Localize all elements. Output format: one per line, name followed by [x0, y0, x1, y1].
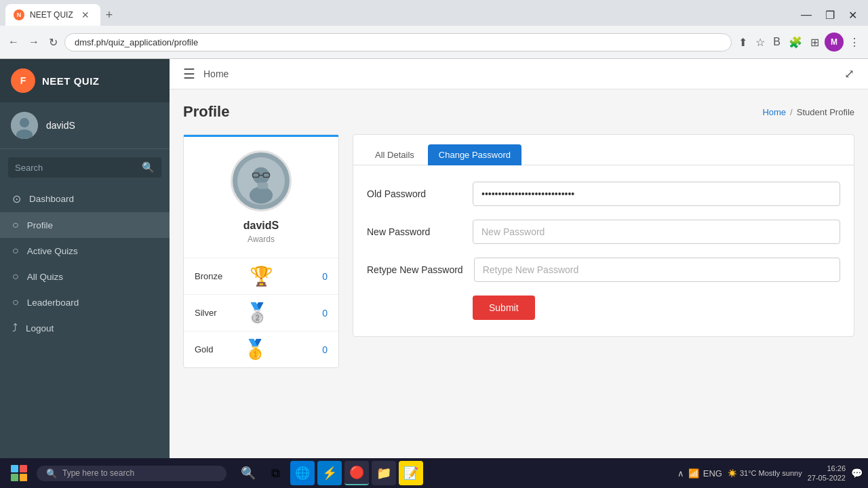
taskbar-apps: 🔍 ⧉ 🌐 ⚡ 🔴 📁 📝: [236, 461, 423, 485]
submit-button[interactable]: Submit: [473, 296, 535, 320]
tab-all-details[interactable]: All Details: [364, 144, 425, 165]
sidebar-item-label: Leaderboard: [27, 298, 79, 308]
taskbar-search-icon: 🔍: [46, 468, 57, 479]
profile-display-name: davidS: [195, 220, 328, 232]
tab-close-button[interactable]: ✕: [79, 8, 92, 22]
sidebar-item-label: Profile: [27, 220, 53, 230]
taskbar-task-view[interactable]: ⧉: [263, 461, 288, 485]
start-button[interactable]: [5, 462, 33, 484]
sidebar-search-input[interactable]: [15, 163, 136, 173]
dashboard-icon: ⊙: [12, 192, 21, 205]
retype-password-input[interactable]: [474, 258, 840, 282]
app-container: F NEET QUIZ davidS 🔍 ⊙ Dashboard ○: [0, 59, 868, 488]
top-bar: ☰ Home ⤢: [170, 59, 868, 89]
right-panel: All Details Change Password Old Password…: [353, 134, 854, 337]
toolbar-icons: ⬆ ☆ B 🧩 ⊞ M ⋮: [736, 33, 863, 52]
tray-time[interactable]: 16:26 27-05-2022: [808, 464, 846, 483]
taskbar-chrome[interactable]: 🔴: [344, 461, 369, 485]
old-password-input[interactable]: [473, 182, 840, 206]
extensions-icon[interactable]: 🧩: [786, 33, 805, 52]
close-button[interactable]: ✕: [843, 7, 863, 23]
sidebar-item-active-quizs[interactable]: ○ Active Quizs: [0, 238, 170, 264]
taskbar-tray: ∧ 📶 ENG ☀️ 31°C Mostly sunny 16:26 27-05…: [677, 464, 863, 483]
browser-profile-avatar[interactable]: M: [825, 33, 844, 52]
refresh-button[interactable]: ↻: [46, 33, 60, 52]
address-input[interactable]: [64, 33, 732, 52]
extension-icon[interactable]: B: [770, 33, 783, 51]
profile-awards-label: Awards: [195, 235, 328, 244]
taskbar-edge[interactable]: 🌐: [290, 461, 315, 485]
expand-button[interactable]: ⤢: [844, 66, 854, 81]
breadcrumb: Home / Student Profile: [762, 107, 854, 117]
svg-point-4: [253, 167, 270, 184]
profile-card: davidS Awards Bronze 🏆 0 Silver 🥈 0: [183, 134, 339, 368]
retype-password-label: Retype New Password: [367, 264, 463, 275]
new-tab-button[interactable]: +: [100, 5, 119, 25]
svg-point-1: [20, 118, 29, 127]
sidebar-header: F NEET QUIZ: [0, 59, 170, 102]
forward-button[interactable]: →: [26, 33, 42, 51]
taskbar-vscode[interactable]: ⚡: [317, 461, 342, 485]
profile-layout: davidS Awards Bronze 🏆 0 Silver 🥈 0: [183, 134, 854, 368]
breadcrumb-home[interactable]: Home: [762, 107, 786, 117]
gold-trophy-icon: 🥇: [243, 338, 267, 361]
sidebar-item-profile[interactable]: ○ Profile: [0, 212, 170, 238]
browser-chrome: N NEET QUIZ ✕ + — ❐ ✕ ← → ↻ ⬆ ☆ B 🧩 ⊞ M …: [0, 0, 868, 59]
sidebar-item-leaderboard[interactable]: ○ Leaderboard: [0, 289, 170, 315]
award-row-silver: Silver 🥈 0: [184, 294, 338, 331]
tab-favicon: N: [14, 9, 24, 20]
taskbar-sticky-notes[interactable]: 📝: [399, 461, 423, 485]
tab-change-password[interactable]: Change Password: [428, 144, 521, 165]
sidebar-item-dashboard[interactable]: ⊙ Dashboard: [0, 186, 170, 212]
old-password-label: Old Password: [367, 188, 462, 199]
date-display: 27-05-2022: [808, 473, 846, 483]
sidebar-item-label: All Quizs: [27, 272, 63, 282]
taskbar-search-placeholder: Type here to search: [62, 468, 134, 478]
breadcrumb-separator: /: [790, 107, 793, 117]
sidebar-item-all-quizs[interactable]: ○ All Quizs: [0, 264, 170, 289]
weather-text: 31°C Mostly sunny: [740, 469, 802, 477]
breadcrumb-current: Student Profile: [797, 107, 854, 117]
bookmark-icon[interactable]: ☆: [753, 33, 768, 52]
taskbar-search-app[interactable]: 🔍: [236, 461, 260, 485]
tray-chevron-icon[interactable]: ∧: [677, 468, 684, 479]
back-button[interactable]: ←: [5, 33, 22, 51]
logout-icon: ⤴: [12, 322, 18, 334]
tab-content: Old Password New Password Retype New Pas…: [353, 165, 854, 336]
active-tab[interactable]: N NEET QUIZ ✕: [5, 4, 100, 26]
sidebar-item-logout[interactable]: ⤴ Logout: [0, 315, 170, 341]
address-bar: ← → ↻ ⬆ ☆ B 🧩 ⊞ M ⋮: [0, 26, 868, 58]
award-label-gold: Gold: [195, 344, 213, 354]
profile-avatar: [231, 150, 292, 211]
leaderboard-icon: ○: [12, 296, 19, 308]
share-icon[interactable]: ⬆: [736, 33, 750, 52]
tray-network-icon: 📶: [688, 468, 699, 479]
taskbar-search-box[interactable]: 🔍 Type here to search: [37, 466, 226, 481]
window-controls: — ❐ ✕: [795, 7, 863, 23]
new-password-input[interactable]: [473, 220, 840, 244]
split-icon[interactable]: ⊞: [808, 33, 822, 52]
tray-lang: ENG: [703, 468, 722, 479]
menu-icon[interactable]: ⋮: [846, 33, 863, 52]
active-quizs-icon: ○: [12, 245, 19, 257]
main-content: ☰ Home ⤢ Profile Home / Student Profile: [170, 59, 868, 488]
new-password-row: New Password: [367, 220, 840, 244]
tabs-header: All Details Change Password: [353, 135, 854, 165]
hamburger-menu-button[interactable]: ☰: [183, 66, 195, 82]
sidebar-username: davidS: [46, 120, 75, 131]
sidebar-app-name: NEET QUIZ: [42, 75, 100, 87]
svg-rect-9: [258, 182, 269, 188]
minimize-button[interactable]: —: [795, 7, 817, 23]
taskbar-file-explorer[interactable]: 📁: [372, 461, 396, 485]
award-row-bronze: Bronze 🏆 0: [184, 258, 338, 294]
sidebar-item-label: Active Quizs: [27, 246, 78, 256]
sidebar-search-button[interactable]: 🔍: [142, 161, 155, 174]
top-bar-home-link[interactable]: Home: [203, 68, 229, 79]
maximize-button[interactable]: ❐: [820, 7, 840, 23]
sidebar-item-label: Dashboard: [29, 194, 74, 204]
notifications-icon[interactable]: 💬: [851, 468, 863, 479]
windows-logo: [11, 465, 27, 481]
bronze-count: 0: [322, 271, 328, 282]
sidebar-search-container: 🔍: [8, 157, 161, 178]
profile-card-header: davidS Awards: [184, 135, 338, 258]
